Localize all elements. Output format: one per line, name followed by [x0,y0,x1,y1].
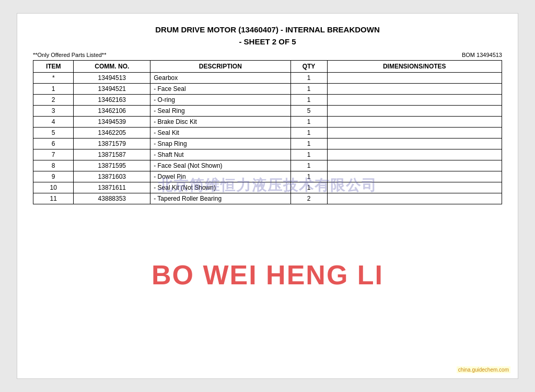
cell-comm: 13462163 [74,95,150,106]
cell-item: 6 [33,139,74,149]
cell-notes [327,95,502,106]
cell-item: 3 [33,106,74,117]
cell-notes [327,149,502,160]
table-row: 213462163- O-ring1 [33,95,502,106]
table-row: 613871579- Snap Ring1 [33,139,502,149]
cell-item: 2 [33,95,74,106]
cell-notes [327,139,502,149]
cell-desc: - Face Seal (Not Shown) [150,160,290,171]
cell-item: 1 [33,84,74,95]
cell-desc: - Tapered Roller Bearing [150,193,290,204]
cell-desc: - Seal Kit [150,128,290,139]
cell-item: 9 [33,171,74,182]
cell-qty: 1 [290,117,327,128]
col-header-qty: QTY [290,61,327,73]
cell-item: 11 [33,193,74,204]
cell-desc: - Face Seal [150,84,290,95]
cell-qty: 1 [290,149,327,160]
cell-notes [327,106,502,117]
cell-comm: 13462106 [74,106,150,117]
cell-item: 5 [33,128,74,139]
table-row: 1143888353- Tapered Roller Bearing2 [33,193,502,204]
cell-qty: 1 [290,73,327,84]
col-header-item: ITEM [33,61,74,73]
parts-table: ITEM COMM. NO. DESCRIPTION QTY DIMENSION… [33,60,502,204]
cell-notes [327,171,502,182]
bottom-tag: china.guidechem.com [457,366,510,373]
cell-comm: 13871587 [74,149,150,160]
cell-desc: - Snap Ring [150,139,290,149]
cell-comm: 13871611 [74,182,150,193]
cell-qty: 1 [290,160,327,171]
cell-qty: 5 [290,106,327,117]
cell-comm: 13871603 [74,171,150,182]
cell-item: 4 [33,117,74,128]
col-header-comm: COMM. NO. [74,61,150,73]
cell-desc: - Shaft Nut [150,149,290,160]
cell-notes [327,73,502,84]
table-row: *13494513Gearbox1 [33,73,502,84]
watermark-english: BO WEI HENG LI [152,259,383,291]
cell-desc: - Seal Kit (Not Shown) [150,182,290,193]
cell-qty: 2 [290,193,327,204]
table-row: 413494539- Brake Disc Kit1 [33,117,502,128]
cell-desc: - Seal Ring [150,106,290,117]
table-row: 313462106- Seal Ring5 [33,106,502,117]
note-right: BOM 13494513 [462,52,502,58]
cell-notes [327,117,502,128]
cell-item: * [33,73,74,84]
cell-comm: 13494539 [74,117,150,128]
cell-qty: 1 [290,95,327,106]
cell-qty: 1 [290,171,327,182]
col-header-notes: DIMENSIONS/NOTES [327,61,502,73]
cell-desc: - O-ring [150,95,290,106]
cell-qty: 1 [290,84,327,95]
page-container: DRUM DRIVE MOTOR (13460407) - INTERNAL B… [17,13,518,379]
cell-notes [327,160,502,171]
cell-item: 7 [33,149,74,160]
cell-desc: Gearbox [150,73,290,84]
cell-comm: 13462205 [74,128,150,139]
cell-notes [327,182,502,193]
cell-comm: 13494513 [74,73,150,84]
table-row: 813871595- Face Seal (Not Shown)1 [33,160,502,171]
table-row: 1013871611- Seal Kit (Not Shown)1 [33,182,502,193]
table-row: 513462205- Seal Kit1 [33,128,502,139]
cell-desc: - Brake Disc Kit [150,117,290,128]
cell-notes [327,128,502,139]
cell-comm: 43888353 [74,193,150,204]
meta-row: **Only Offered Parts Listed** BOM 134945… [33,52,502,58]
note-left: **Only Offered Parts Listed** [33,52,106,58]
col-header-desc: DESCRIPTION [150,61,290,73]
cell-comm: 13871595 [74,160,150,171]
table-row: 913871603- Dowel Pin1 [33,171,502,182]
cell-qty: 1 [290,128,327,139]
cell-notes [327,84,502,95]
page-title: DRUM DRIVE MOTOR (13460407) - INTERNAL B… [33,24,502,48]
cell-qty: 1 [290,139,327,149]
cell-comm: 13871579 [74,139,150,149]
cell-qty: 1 [290,182,327,193]
cell-comm: 13494521 [74,84,150,95]
cell-item: 10 [33,182,74,193]
cell-notes [327,193,502,204]
cell-desc: - Dowel Pin [150,171,290,182]
cell-item: 8 [33,160,74,171]
table-row: 713871587- Shaft Nut1 [33,149,502,160]
table-row: 113494521- Face Seal1 [33,84,502,95]
